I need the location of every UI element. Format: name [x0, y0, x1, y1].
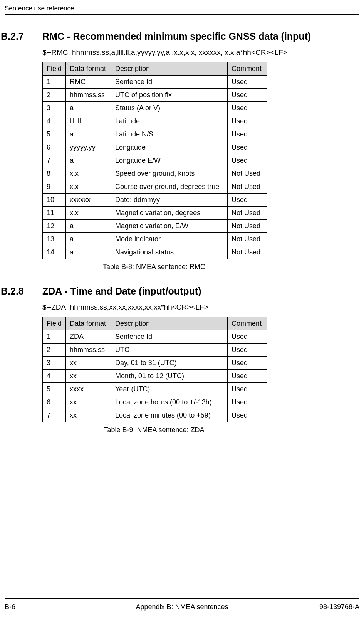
table-row: 1ZDASentence IdUsed [43, 330, 267, 344]
sentence-format: $--RMC, hhmmss.ss,a,llll.ll,a,yyyyy.yy,a… [42, 48, 356, 57]
col-format: Data format [66, 317, 111, 330]
cell-f: 11 [43, 207, 66, 220]
section-number: B.2.8 [0, 286, 42, 297]
cell-fmt: yyyyy.yy [66, 141, 111, 154]
cell-f: 9 [43, 180, 66, 194]
cell-cm: Used [228, 396, 267, 409]
cell-cm: Used [228, 357, 267, 370]
cell-fmt: hhmmss.ss [66, 89, 111, 102]
cell-f: 4 [43, 370, 66, 383]
cell-cm: Used [228, 344, 267, 357]
table-row: 6xxLocal zone hours (00 to +/-13h)Used [43, 396, 267, 409]
cell-cm: Used [228, 128, 267, 141]
cell-fmt: xx [66, 370, 111, 383]
cell-fmt: a [66, 233, 111, 246]
cell-cm: Not Used [228, 233, 267, 246]
cell-cm: Used [228, 409, 267, 422]
cell-desc: Sentence Id [111, 330, 228, 344]
cell-fmt: xx [66, 357, 111, 370]
table-caption: Table B-8: NMEA sentence: RMC [42, 263, 266, 271]
cell-f: 8 [43, 167, 66, 180]
cell-desc: Mode indicator [111, 233, 228, 246]
cell-cm: Not Used [228, 207, 267, 220]
col-format: Data format [66, 62, 111, 76]
table-row: 4xxMonth, 01 to 12 (UTC)Used [43, 370, 267, 383]
cell-desc: Speed over ground, knots [111, 167, 228, 180]
page-content: B.2.7 RMC - Recommended minimum specific… [0, 31, 356, 449]
cell-f: 5 [43, 383, 66, 396]
cell-fmt: a [66, 128, 111, 141]
cell-fmt: a [66, 220, 111, 233]
col-field: Field [43, 317, 66, 330]
cell-f: 5 [43, 128, 66, 141]
cell-fmt: a [66, 154, 111, 167]
page-number: B-6 [5, 603, 15, 611]
cell-cm: Not Used [228, 246, 267, 259]
cell-fmt: xx [66, 409, 111, 422]
cell-desc: Magnetic variation, degrees [111, 207, 228, 220]
cell-desc: UTC of position fix [111, 89, 228, 102]
running-header-text: Sentence use reference [5, 5, 74, 12]
table-row: 10xxxxxxDate: ddmmyyUsed [43, 194, 267, 207]
footer-title: Appendix B: NMEA sentences [5, 603, 359, 611]
cell-desc: Sentence Id [111, 76, 228, 89]
cell-f: 7 [43, 154, 66, 167]
cell-desc: Date: ddmmyy [111, 194, 228, 207]
cell-f: 6 [43, 396, 66, 409]
cell-f: 10 [43, 194, 66, 207]
table-row: 14aNavigational statusNot Used [43, 246, 267, 259]
cell-fmt: a [66, 246, 111, 259]
table-row: 2hhmmss.ssUTC of position fixUsed [43, 89, 267, 102]
cell-f: 12 [43, 220, 66, 233]
cell-cm: Used [228, 330, 267, 344]
section-heading: B.2.7 RMC - Recommended minimum specific… [0, 31, 356, 42]
cell-desc: Longitude [111, 141, 228, 154]
table-row: 8x.xSpeed over ground, knotsNot Used [43, 167, 267, 180]
cell-desc: Longitude E/W [111, 154, 228, 167]
section-heading: B.2.8 ZDA - Time and Date (input/output) [0, 286, 356, 297]
cell-fmt: a [66, 102, 111, 115]
cell-f: 3 [43, 102, 66, 115]
col-field: Field [43, 62, 66, 76]
cell-desc: Month, 01 to 12 (UTC) [111, 370, 228, 383]
cell-cm: Not Used [228, 220, 267, 233]
cell-fmt: ZDA [66, 330, 111, 344]
cell-cm: Used [228, 89, 267, 102]
table-row: 11x.xMagnetic variation, degreesNot Used [43, 207, 267, 220]
cell-f: 2 [43, 89, 66, 102]
cell-desc: Course over ground, degrees true [111, 180, 228, 194]
cell-fmt: x.x [66, 207, 111, 220]
cell-fmt: llll.ll [66, 115, 111, 128]
table-row: 3xxDay, 01 to 31 (UTC)Used [43, 357, 267, 370]
page-footer: B-6 Appendix B: NMEA sentences 98-139768… [5, 598, 359, 611]
cell-f: 14 [43, 246, 66, 259]
table-row: 13aMode indicatorNot Used [43, 233, 267, 246]
cell-cm: Used [228, 115, 267, 128]
table-header-row: Field Data format Description Comment [43, 62, 267, 76]
cell-desc: Local zone minutes (00 to +59) [111, 409, 228, 422]
table-row: 9x.xCourse over ground, degrees trueNot … [43, 180, 267, 194]
table-row: 7aLongitude E/WUsed [43, 154, 267, 167]
rmc-table: Field Data format Description Comment 1R… [42, 62, 267, 259]
col-comment: Comment [228, 317, 267, 330]
running-header: Sentence use reference [5, 5, 359, 15]
cell-fmt: x.x [66, 180, 111, 194]
cell-desc: UTC [111, 344, 228, 357]
cell-cm: Used [228, 154, 267, 167]
doc-number: 98-139768-A [319, 603, 359, 611]
cell-cm: Not Used [228, 167, 267, 180]
cell-f: 7 [43, 409, 66, 422]
cell-desc: Status (A or V) [111, 102, 228, 115]
cell-desc: Magnetic variation, E/W [111, 220, 228, 233]
cell-f: 13 [43, 233, 66, 246]
cell-desc: Year (UTC) [111, 383, 228, 396]
cell-f: 1 [43, 76, 66, 89]
cell-fmt: xx [66, 396, 111, 409]
cell-f: 1 [43, 330, 66, 344]
table-header-row: Field Data format Description Comment [43, 317, 267, 330]
cell-cm: Used [228, 102, 267, 115]
cell-f: 6 [43, 141, 66, 154]
table-row: 5aLatitude N/SUsed [43, 128, 267, 141]
cell-desc: Day, 01 to 31 (UTC) [111, 357, 228, 370]
cell-fmt: hhmmss.ss [66, 344, 111, 357]
